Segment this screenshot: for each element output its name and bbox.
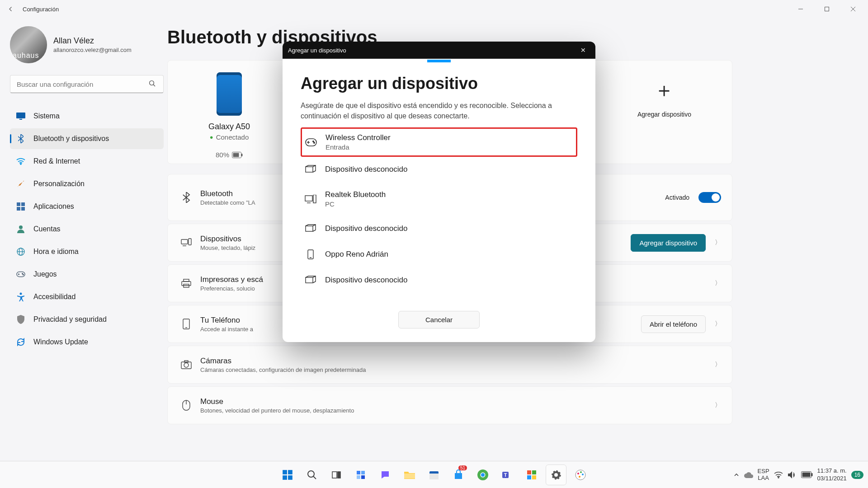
nav-item-red-internet[interactable]: Red & Internet [10,151,164,172]
row-mouse[interactable]: Mouse Botones, velocidad del puntero del… [167,386,732,424]
chevron-right-icon: 〉 [715,279,721,287]
battery-percent-label: 80% [216,151,229,159]
back-button[interactable] [2,0,20,18]
row-cameras-sub: Cámaras conectadas, configuración de ima… [200,366,366,373]
svg-point-20 [22,273,23,274]
svg-point-80 [582,474,584,475]
svg-point-13 [19,225,23,229]
row-printers-sub: Preferencias, solucio [200,285,263,292]
clock[interactable]: 11:37 a. m. 03/11/2021 [817,467,847,482]
toggle-state-label: Activado [665,194,689,201]
svg-rect-76 [532,475,536,479]
nav-item-label: Aplicaciones [33,202,74,211]
volume-tray-icon[interactable] [788,471,797,479]
row-phone[interactable]: Tu Teléfono Accede al instante a Abrir e… [167,305,732,343]
window-minimize-button[interactable] [788,0,814,18]
nav-item-accesibilidad[interactable]: Accesibilidad [10,286,164,307]
row-printers[interactable]: Impresoras y escá Preferencias, solucio … [167,264,732,302]
bluetooth-toggle[interactable] [698,192,721,203]
nav-list: SistemaBluetooth y dispositivosRed & Int… [10,106,164,352]
phone-icon [217,72,242,116]
battery-icon [232,152,243,158]
bluetooth-icon [16,134,25,143]
taskbar-chat-button[interactable] [375,465,396,485]
chevron-right-icon: 〉 [715,401,721,409]
devices-icon [179,238,194,247]
window-maximize-button[interactable] [814,0,840,18]
taskbar-taskview-button[interactable] [326,465,347,485]
taskbar-app1-button[interactable] [521,465,542,485]
row-cameras[interactable]: Cámaras Cámaras conectadas, configuració… [167,346,732,384]
add-device-button[interactable]: Agregar dispositivo [631,234,706,252]
onedrive-icon[interactable] [744,472,753,478]
svg-rect-73 [527,470,531,474]
nav-item-cuentas[interactable]: Cuentas [10,219,164,239]
user-avatar[interactable] [10,26,47,63]
plus-icon: ＋ [654,77,674,103]
svg-rect-55 [288,475,292,480]
wifi-tray-icon[interactable] [774,471,783,479]
chevron-right-icon: 〉 [715,320,721,328]
nav-item-label: Sistema [33,112,60,120]
device-tile-name: Galaxy A50 [208,122,250,131]
taskbar-calendar-button[interactable] [424,465,444,485]
open-phone-button[interactable]: Abrir el teléfono [641,315,706,333]
taskbar-explorer-button[interactable] [399,465,420,485]
nav-item-windows-update[interactable]: Windows Update [10,332,164,352]
lang-line2: LAA [758,475,769,482]
row-phone-sub: Accede al instante a [200,326,253,333]
svg-point-22 [20,293,22,295]
monitor-icon [16,112,25,121]
start-button[interactable] [277,465,298,485]
svg-rect-27 [189,239,191,245]
svg-rect-54 [283,475,287,480]
nav-item-hora-e-idioma[interactable]: Hora e idioma [10,241,164,262]
chevron-right-icon: 〉 [715,361,721,369]
shield-icon [16,315,25,324]
taskbar-paint-button[interactable] [570,465,591,485]
search-settings-input[interactable] [10,75,164,93]
battery-tray-icon[interactable] [801,471,813,478]
nav-item-personalizaci-n[interactable]: Personalización [10,174,164,194]
language-indicator[interactable]: ESP LAA [758,468,769,482]
nav-item-aplicaciones[interactable]: Aplicaciones [10,196,164,217]
add-device-tile[interactable]: ＋ Agregar dispositivo [637,77,691,118]
taskbar-teams-button[interactable]: T [497,465,518,485]
taskbar-settings-button[interactable] [546,465,566,485]
svg-point-70 [481,473,485,477]
nav-item-label: Windows Update [33,338,88,346]
svg-rect-66 [429,474,439,479]
notification-badge[interactable]: 16 [851,471,863,479]
row-devices[interactable]: Dispositivos Mouse, teclado, lápiz Agreg… [167,224,732,262]
nav-item-juegos[interactable]: Juegos [10,264,164,285]
window-close-button[interactable] [840,0,866,18]
taskbar-store-button[interactable]: 51 [448,465,469,485]
device-tile[interactable]: Galaxy A50 Conectado 80% [208,72,250,159]
svg-rect-52 [283,470,287,474]
nav-item-privacidad-y-seguridad[interactable]: Privacidad y seguridad [10,309,164,330]
tray-chevron-icon[interactable] [733,472,740,478]
phone-outline-icon [179,319,194,329]
taskbar-center: 51 T [277,465,591,485]
svg-point-81 [579,476,580,478]
row-phone-title: Tu Teléfono [200,316,253,325]
update-icon [16,338,25,347]
svg-rect-10 [21,202,25,206]
nav-item-sistema[interactable]: Sistema [10,106,164,127]
taskbar-widgets-button[interactable] [350,465,371,485]
taskbar-search-button[interactable] [302,465,322,485]
accessibility-icon [16,292,25,301]
row-devices-sub: Mouse, teclado, lápiz [200,244,255,251]
svg-rect-12 [21,207,25,211]
row-devices-title: Dispositivos [200,235,255,244]
user-block: Allan Vélez allanorozco.velez@gmail.com [10,26,164,63]
lang-line1: ESP [758,468,769,475]
svg-rect-26 [181,239,188,244]
nav-item-label: Juegos [33,270,57,278]
nav-item-label: Accesibilidad [33,293,75,301]
add-device-tile-label: Agregar dispositivo [637,111,691,118]
row-mouse-title: Mouse [200,397,354,406]
nav-item-bluetooth-y-dispositivos[interactable]: Bluetooth y dispositivos [10,128,164,149]
taskbar-chrome-button[interactable] [472,465,493,485]
user-name: Allan Vélez [53,36,132,46]
